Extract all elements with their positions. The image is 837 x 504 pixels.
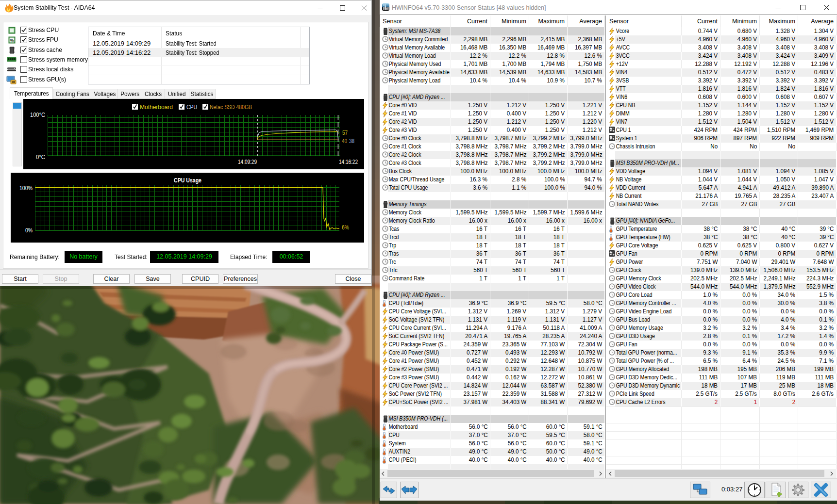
svg-text:14:16:22: 14:16:22 bbox=[339, 158, 358, 165]
svg-text:100°C: 100°C bbox=[30, 111, 45, 118]
svg-text:38: 38 bbox=[349, 137, 354, 145]
svg-text:%: % bbox=[10, 38, 14, 43]
svg-text:Netac SSD 480GB: Netac SSD 480GB bbox=[210, 103, 252, 111]
svg-text:CPU Usage: CPU Usage bbox=[174, 177, 201, 184]
svg-text:0%: 0% bbox=[25, 227, 33, 234]
svg-text:0°C: 0°C bbox=[36, 153, 45, 161]
svg-text:Motherboard: Motherboard bbox=[140, 103, 173, 111]
svg-text:57: 57 bbox=[342, 129, 348, 136]
svg-text:CPU: CPU bbox=[186, 103, 197, 111]
svg-text:100%: 100% bbox=[19, 184, 33, 192]
svg-text:14:09:29: 14:09:29 bbox=[238, 158, 257, 165]
svg-text:40: 40 bbox=[342, 137, 347, 145]
svg-text:6%: 6% bbox=[342, 224, 349, 231]
